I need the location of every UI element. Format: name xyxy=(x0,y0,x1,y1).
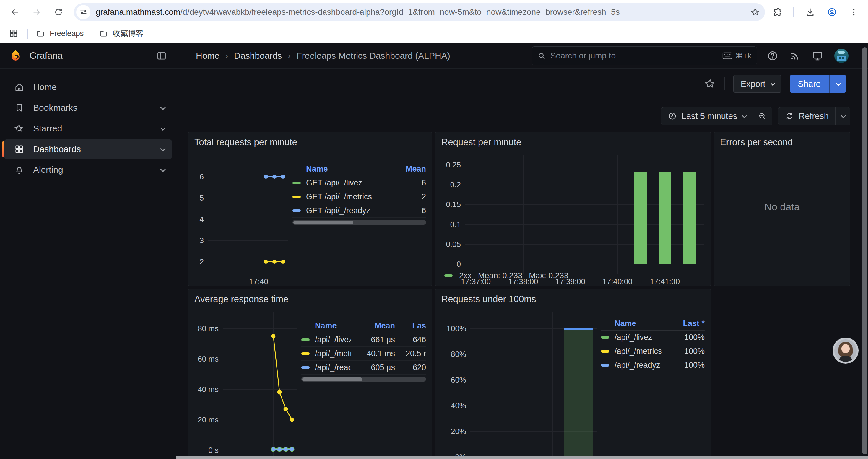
shortcut-label: ⌘+k xyxy=(735,52,751,61)
topbar-icons xyxy=(767,43,848,68)
series-color-pill xyxy=(301,366,310,369)
share-menu-button[interactable] xyxy=(829,75,846,93)
search-icon xyxy=(537,52,546,60)
breadcrumb-separator: › xyxy=(225,51,228,61)
legend-row[interactable]: /api/_/metrics 100% xyxy=(601,345,705,358)
time-range-label: Last 5 minutes xyxy=(682,111,737,121)
search-box[interactable]: ⌘+k xyxy=(532,46,757,65)
chevron-down-icon xyxy=(771,81,775,86)
url-path: /d/deytv4rwavabkb/freeleaps-metrics-dash… xyxy=(180,7,620,17)
breadcrumb-dashboards[interactable]: Dashboards xyxy=(234,51,282,61)
help-icon[interactable] xyxy=(767,50,778,61)
legend-scrollbar[interactable] xyxy=(292,220,426,225)
legend-row[interactable]: GET /api/_/livez 6 xyxy=(292,176,426,190)
search-shortcut: ⌘+k xyxy=(722,52,751,61)
panel-title: Request per minute xyxy=(441,137,705,148)
legend-header-mean[interactable]: Mean xyxy=(388,165,426,174)
back-icon[interactable] xyxy=(8,6,21,19)
refresh-group: Refresh xyxy=(778,107,850,125)
legend-row[interactable]: /api/_/metrics 40.1 ms 20.5 r xyxy=(301,347,426,361)
zoom-out-icon xyxy=(758,112,767,121)
forward-icon[interactable] xyxy=(30,6,43,19)
chevron-down-icon[interactable] xyxy=(160,125,165,131)
refresh-button[interactable]: Refresh xyxy=(778,107,835,125)
panel-avg-response-time[interactable]: Average response time 80 ms 60 ms 40 ms … xyxy=(188,289,432,459)
bookmark-label: Freeleaps xyxy=(50,29,84,38)
data-point xyxy=(264,260,268,264)
series-mean: 6 xyxy=(388,206,426,215)
url-text[interactable]: grafana.mathmast.com/d/deytv4rwavabkb/fr… xyxy=(96,7,749,17)
site-settings-icon[interactable] xyxy=(76,5,90,19)
sidebar-item-alerting[interactable]: Alerting xyxy=(4,160,172,179)
breadcrumb-home[interactable]: Home xyxy=(196,51,219,61)
extensions-icon[interactable] xyxy=(771,6,783,18)
no-data-message: No data xyxy=(720,148,844,266)
reload-icon[interactable] xyxy=(52,6,65,19)
floating-assistant-avatar[interactable] xyxy=(833,338,859,364)
user-avatar[interactable] xyxy=(834,49,848,63)
refresh-interval-button[interactable] xyxy=(836,107,850,125)
bookmark-folder-blogs[interactable]: 收藏博客 xyxy=(99,28,144,39)
data-point xyxy=(284,447,288,451)
zoom-out-button[interactable] xyxy=(752,107,772,125)
legend-scrollbar[interactable] xyxy=(301,377,426,382)
sidebar-item-label: Starred xyxy=(33,124,160,133)
panel-total-requests[interactable]: Total requests per minute 6 5 4 3 2 xyxy=(188,132,432,286)
series-name: /api/_/readyz xyxy=(615,361,666,370)
time-range-picker[interactable]: Last 5 minutes xyxy=(661,107,752,125)
browser-toolbar: grafana.mathmast.com/d/deytv4rwavabkb/fr… xyxy=(0,0,868,24)
sidebar-item-bookmarks[interactable]: Bookmarks xyxy=(4,98,172,118)
favorite-star-icon[interactable] xyxy=(704,78,716,90)
url-bar[interactable]: grafana.mathmast.com/d/deytv4rwavabkb/fr… xyxy=(74,3,765,21)
kiosk-monitor-icon[interactable] xyxy=(812,50,823,61)
legend-header-name[interactable]: Name xyxy=(615,319,666,328)
series-line-readyz xyxy=(273,449,292,450)
sidebar-toggle-icon[interactable] xyxy=(156,50,167,61)
breadcrumb-current: Freeleaps Metrics Dashboard (ALPHA) xyxy=(296,51,450,61)
sidebar-item-starred[interactable]: Starred xyxy=(4,119,172,138)
search-input[interactable] xyxy=(550,51,722,61)
chevron-down-icon[interactable] xyxy=(160,146,165,151)
panel-request-per-minute[interactable]: Request per minute 0.25 0.2 0.15 0.1 0.0… xyxy=(435,132,711,286)
legend-2xx[interactable]: 2xx Mean: 0.233 Max: 0.233 xyxy=(444,271,568,280)
legend-header-name[interactable]: Name xyxy=(315,321,351,330)
sidebar-item-home[interactable]: Home xyxy=(4,77,172,97)
legend-row[interactable]: /api/_/readyz 100% xyxy=(601,358,705,372)
bookmark-star-icon[interactable] xyxy=(749,6,762,19)
x-tick: 17:40 xyxy=(249,277,268,286)
share-button[interactable]: Share xyxy=(790,75,829,93)
page-vertical-scrollbar[interactable] xyxy=(862,47,867,454)
news-rss-icon[interactable] xyxy=(789,50,801,61)
chevron-down-icon[interactable] xyxy=(160,167,165,172)
panel-errors-per-second[interactable]: Errors per second No data xyxy=(714,132,850,286)
y-tick: 60% xyxy=(451,375,466,385)
legend-header-last[interactable]: Las xyxy=(395,321,426,330)
export-button[interactable]: Export xyxy=(733,75,781,93)
y-tick: 20% xyxy=(451,427,466,436)
grafana-logo[interactable] xyxy=(9,49,23,63)
assistant-avatar-image xyxy=(834,339,857,362)
legend-row[interactable]: /api/_/livez 661 µs 646 xyxy=(301,333,426,347)
legend-row[interactable]: /api/_/livez 100% xyxy=(601,330,705,345)
apps-grid-icon[interactable] xyxy=(9,28,20,39)
legend-row[interactable]: /api/_/readyz 605 µs 620 xyxy=(301,361,426,374)
legend-header-last[interactable]: Last * xyxy=(666,319,705,328)
browser-menu-icon[interactable] xyxy=(848,6,860,18)
page-horizontal-scrollbar[interactable] xyxy=(176,456,868,459)
legend-under-100ms: Name Last * /api/_/livez 100% /api/_/met… xyxy=(601,317,705,459)
sidebar-item-dashboards[interactable]: Dashboards xyxy=(4,139,172,159)
download-icon[interactable] xyxy=(804,6,816,18)
sidebar-item-label: Home xyxy=(33,82,164,92)
dashboard-content: Export Share Last 5 minutes xyxy=(176,68,868,459)
series-name: /api/_/livez xyxy=(315,335,351,345)
legend-row[interactable]: GET /api/_/readyz 6 xyxy=(292,204,426,218)
browser-chrome: grafana.mathmast.com/d/deytv4rwavabkb/fr… xyxy=(0,0,868,43)
panel-requests-under-100ms[interactable]: Requests under 100ms 100% 80% 60% 40% 20… xyxy=(435,289,711,459)
legend-header-mean[interactable]: Mean xyxy=(351,321,395,330)
legend-row[interactable]: GET /api/_/metrics 2 xyxy=(292,190,426,204)
legend-header-name[interactable]: Name xyxy=(306,165,388,174)
bookmark-folder-freeleaps[interactable]: Freeleaps xyxy=(36,29,84,38)
data-point xyxy=(290,447,294,451)
chevron-down-icon[interactable] xyxy=(160,104,165,110)
profile-icon[interactable] xyxy=(826,6,838,18)
